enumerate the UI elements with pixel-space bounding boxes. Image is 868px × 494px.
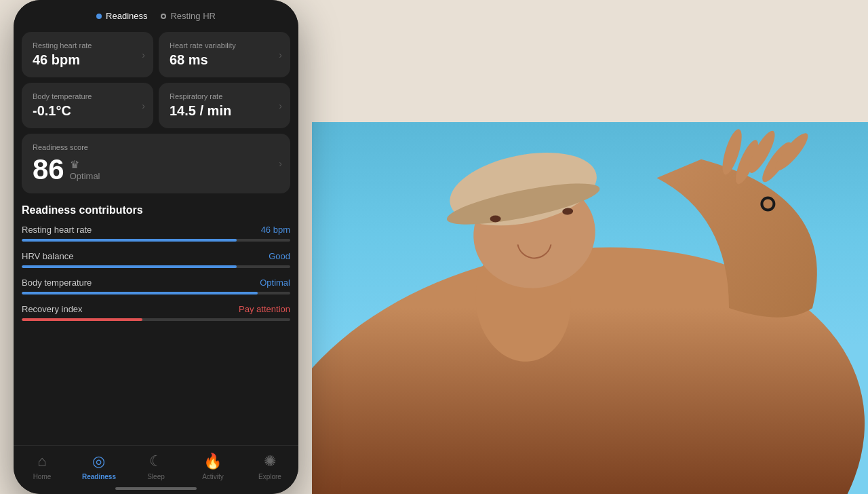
- nav-readiness-label: Readiness: [82, 473, 116, 480]
- nav-activity[interactable]: 🔥 Activity: [196, 453, 230, 480]
- home-indicator: [115, 487, 197, 490]
- chevron-right-icon-readiness: ›: [279, 158, 282, 169]
- metric-title-respiratory: Respiratory rate: [170, 92, 279, 100]
- readiness-score-badge: ♛ Optimal: [70, 158, 100, 181]
- contributor-recovery-header: Recovery index Pay attention: [22, 304, 290, 314]
- contributor-hrv-bar-bg: [22, 265, 290, 268]
- readiness-score-title: Readiness score: [33, 143, 279, 151]
- contributor-recovery-bar-fill: [22, 318, 142, 321]
- explore-icon: ✺: [264, 453, 276, 470]
- home-icon: ⌂: [37, 453, 46, 470]
- metric-card-hrv[interactable]: Heart rate variability 68 ms ›: [159, 32, 290, 77]
- metric-value-body-temp: -0.1°C: [33, 103, 142, 119]
- contributor-hrv-header: HRV balance Good: [22, 251, 290, 261]
- contributor-hrv-value: Good: [269, 251, 290, 261]
- sleep-icon: ☾: [149, 453, 163, 470]
- metric-title-hrv: Heart rate variability: [170, 41, 279, 50]
- contributor-resting-hr-name: Resting heart rate: [22, 225, 92, 235]
- readiness-status-text: Optimal: [70, 171, 100, 181]
- contributor-body-temp-bar-fill: [22, 292, 258, 294]
- metric-card-body-temp[interactable]: Body temperature -0.1°C ›: [22, 83, 153, 128]
- tab-readiness[interactable]: Readiness: [96, 11, 147, 21]
- contributor-resting-hr-header: Resting heart rate 46 bpm: [22, 225, 290, 235]
- contributors-section: Readiness contributors Resting heart rat…: [14, 199, 298, 336]
- tab-resting-hr[interactable]: Resting HR: [161, 11, 215, 21]
- nav-activity-label: Activity: [202, 473, 224, 480]
- contributor-recovery-name: Recovery index: [22, 304, 83, 314]
- tab-dot-readiness: [96, 14, 102, 19]
- photo-canvas: [312, 122, 868, 494]
- metric-value-resting-hr: 46 bpm: [33, 52, 142, 68]
- contributor-body-temp: Body temperature Optimal: [22, 278, 290, 294]
- contributor-body-temp-name: Body temperature: [22, 278, 92, 288]
- contributor-recovery-index: Recovery index Pay attention: [22, 304, 290, 321]
- contributor-hrv-balance: HRV balance Good: [22, 251, 290, 268]
- nav-explore-label: Explore: [258, 473, 281, 480]
- contributor-resting-hr-bar-fill: [22, 239, 237, 242]
- contributor-recovery-bar-bg: [22, 318, 290, 321]
- chevron-right-icon-resp: ›: [279, 100, 282, 111]
- metric-grid: Resting heart rate 46 bpm › Heart rate v…: [14, 26, 298, 134]
- tab-resting-hr-label: Resting HR: [170, 11, 215, 21]
- readiness-icon: ◎: [92, 453, 105, 470]
- metric-card-respiratory[interactable]: Respiratory rate 14.5 / min ›: [159, 83, 290, 128]
- readiness-score-number: 86: [33, 155, 64, 184]
- photo-bg-top: [312, 0, 868, 122]
- contributor-resting-hr-value: 46 bpm: [261, 225, 290, 235]
- tab-dot-resting-hr: [161, 14, 166, 19]
- contributor-recovery-value: Pay attention: [239, 304, 290, 314]
- nav-home[interactable]: ⌂ Home: [25, 453, 59, 480]
- top-tabs: Readiness Resting HR: [14, 0, 298, 26]
- contributor-body-temp-bar-bg: [22, 292, 290, 294]
- nav-readiness[interactable]: ◎ Readiness: [82, 453, 116, 480]
- metric-card-resting-hr[interactable]: Resting heart rate 46 bpm ›: [22, 32, 153, 77]
- metric-title-resting-hr: Resting heart rate: [33, 41, 142, 50]
- contributors-title: Readiness contributors: [22, 204, 290, 216]
- chevron-right-icon-temp: ›: [142, 100, 145, 111]
- contributor-hrv-name: HRV balance: [22, 251, 73, 261]
- chevron-right-icon-hrv: ›: [279, 50, 282, 60]
- nav-home-label: Home: [33, 473, 52, 480]
- screen-content: Readiness Resting HR Resting heart rate …: [14, 0, 298, 494]
- contributor-hrv-bar-fill: [22, 265, 237, 268]
- nav-sleep-label: Sleep: [147, 473, 165, 480]
- readiness-score-row: 86 ♛ Optimal: [33, 155, 279, 184]
- photo-placeholder: [312, 122, 868, 494]
- photo-area: [312, 0, 868, 494]
- crown-icon: ♛: [70, 158, 79, 171]
- contributor-body-temp-header: Body temperature Optimal: [22, 278, 290, 288]
- contributor-body-temp-value: Optimal: [260, 278, 290, 288]
- nav-sleep[interactable]: ☾ Sleep: [139, 453, 173, 480]
- chevron-right-icon: ›: [142, 50, 145, 60]
- contributor-resting-hr-bar-bg: [22, 239, 290, 242]
- activity-icon: 🔥: [203, 453, 222, 470]
- contributor-resting-hr: Resting heart rate 46 bpm: [22, 225, 290, 242]
- phone-screen: Readiness Resting HR Resting heart rate …: [14, 0, 298, 494]
- metric-value-hrv: 68 ms: [170, 52, 279, 68]
- metric-title-body-temp: Body temperature: [33, 92, 142, 100]
- phone-mockup: Readiness Resting HR Resting heart rate …: [0, 0, 312, 494]
- readiness-score-card[interactable]: Readiness score 86 ♛ Optimal ›: [22, 134, 290, 193]
- tab-readiness-label: Readiness: [106, 11, 147, 21]
- nav-explore[interactable]: ✺ Explore: [253, 453, 287, 480]
- metric-value-respiratory: 14.5 / min: [170, 103, 279, 119]
